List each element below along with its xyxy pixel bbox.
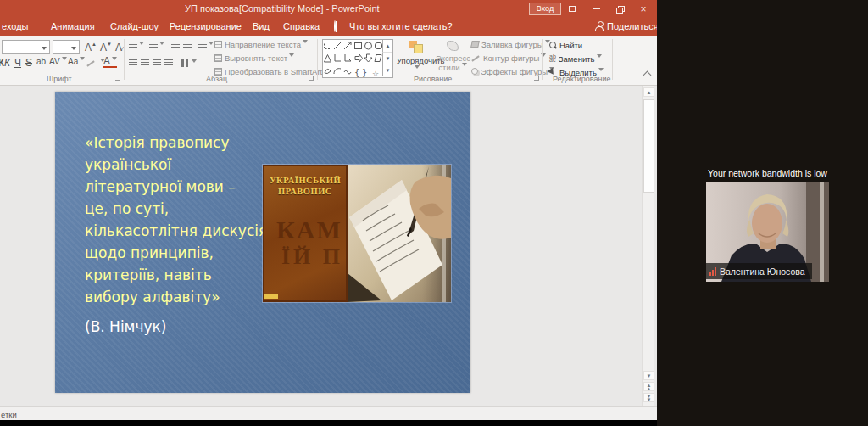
drawing-group-label: Рисование — [414, 75, 452, 83]
ribbon-tab-bar: еходы Анимация Слайд-шоу Рецензирование … — [0, 18, 657, 36]
tell-me-box[interactable]: Что вы хотите сделать? — [349, 21, 453, 31]
change-case-button[interactable]: Aa — [68, 57, 85, 66]
justify-button[interactable] — [164, 59, 173, 69]
next-slide-button[interactable]: ▼ ▼ — [643, 393, 654, 402]
notes-button[interactable]: етки — [1, 410, 17, 419]
group-divider — [317, 39, 318, 80]
group-divider — [124, 39, 125, 80]
ribbon-display-options-button[interactable] — [561, 0, 583, 18]
slide-picture[interactable]: УКРАЇНСЬКИЙ ПРАВОПИС КАМ ЇЙ П — [263, 165, 451, 302]
shape-icons: { } ☆ — [323, 40, 382, 77]
drawing-dialog-launcher[interactable] — [534, 76, 539, 81]
search-icon — [549, 42, 557, 49]
bullets-button[interactable] — [129, 42, 144, 51]
vertical-scrollbar[interactable]: ▲ ▼ ▲ ▲ ▼ ▼ — [642, 86, 654, 406]
shape-outline-button[interactable]: Контур фигуры — [471, 53, 546, 63]
line-spacing-button[interactable] — [198, 42, 214, 51]
tab-animations[interactable]: Анимация — [51, 21, 95, 31]
align-center-button[interactable] — [141, 59, 149, 69]
participant-nameplate: Валентина Юносова — [706, 263, 812, 279]
columns-button[interactable] — [181, 59, 197, 69]
decrease-indent-button[interactable] — [171, 42, 180, 51]
align-text-label: Выровнять текст — [225, 53, 287, 63]
decrease-indent-icon — [171, 42, 180, 49]
clear-formatting-button[interactable]: А⁄ — [115, 42, 123, 53]
svg-text:{: { — [354, 68, 359, 77]
chevron-up-icon — [643, 71, 652, 80]
slide-editing-area: «Історія правопису української літератур… — [0, 86, 657, 406]
slide-quote-textbox[interactable]: «Історія правопису української літератур… — [85, 132, 267, 338]
replace-button[interactable]: abacЗаменить — [549, 54, 602, 64]
align-right-icon — [153, 59, 161, 67]
gallery-more-arrow[interactable]: ▼ — [382, 64, 392, 76]
paragraph-dialog-launcher[interactable] — [309, 76, 314, 81]
increase-indent-icon — [183, 42, 192, 49]
tab-review[interactable]: Рецензирование — [170, 21, 242, 31]
find-button[interactable]: Найти — [549, 41, 582, 50]
align-left-button[interactable] — [129, 59, 137, 69]
gallery-down-arrow[interactable]: ▼ — [382, 52, 392, 64]
restore-button[interactable] — [609, 0, 631, 18]
svg-text:}: } — [362, 68, 367, 77]
align-center-icon — [141, 59, 149, 67]
group-divider — [542, 39, 543, 80]
quick-styles-label-1: Экспресс- — [436, 53, 470, 63]
book-watermark: КАМ — [276, 216, 342, 244]
font-color-button[interactable]: А — [103, 57, 117, 68]
quote-line: кількасотлітня дискусія — [85, 220, 267, 242]
gallery-up-arrow[interactable]: ▲ — [382, 40, 392, 52]
tab-slideshow[interactable]: Слайд-шоу — [110, 21, 159, 31]
book-watermark: ЇЙ П — [281, 244, 343, 270]
character-spacing-button[interactable]: AV — [49, 57, 67, 66]
gallery-scroll-arrows: ▲ ▼ ▼ — [382, 40, 392, 77]
participant-name: Валентина Юносова — [720, 266, 805, 277]
sign-in-button[interactable]: Вход — [529, 3, 561, 15]
previous-slide-button[interactable]: ▲ ▲ — [643, 382, 654, 391]
meeting-panel: Your network bandwidth is low Валентина … — [657, 0, 868, 426]
share-button[interactable]: Поделиться — [595, 21, 657, 31]
replace-icon: abac — [549, 55, 556, 62]
shape-fill-button[interactable]: Заливка фигуры — [471, 40, 550, 49]
book-title-line2: ПРАВОПИС — [264, 186, 346, 197]
align-text-icon — [214, 54, 222, 62]
collapse-ribbon-button[interactable] — [644, 72, 650, 78]
shapes-gallery[interactable]: { } ☆ ▲ ▼ ▼ — [322, 39, 393, 78]
strikethrough-button[interactable]: S — [25, 57, 32, 69]
font-name-combo[interactable] — [2, 40, 50, 54]
highlight-pen-button[interactable] — [86, 57, 105, 69]
minimize-button[interactable] — [585, 0, 607, 18]
quote-line: щодо принципів, — [85, 242, 267, 264]
underline-button[interactable]: Ч — [14, 57, 21, 69]
tab-view[interactable]: Вид — [253, 21, 270, 31]
slide-canvas[interactable]: «Історія правопису української літератур… — [55, 92, 470, 393]
numbering-icon — [149, 42, 158, 49]
quote-line: вибору алфавіту» — [85, 286, 267, 308]
scroll-up-button[interactable]: ▲ — [643, 87, 654, 97]
italic-button[interactable]: К — [4, 57, 10, 69]
lightbulb-icon — [334, 21, 344, 33]
numbering-button[interactable] — [149, 42, 164, 51]
font-dialog-launcher[interactable] — [115, 76, 120, 81]
close-button[interactable]: × — [632, 0, 654, 18]
columns-icon — [181, 59, 190, 67]
align-right-button[interactable] — [153, 59, 161, 69]
quote-line: літературної мови – — [85, 176, 267, 198]
increase-indent-button[interactable] — [183, 42, 192, 51]
scrollbar-thumb[interactable] — [643, 99, 654, 193]
quick-styles-button[interactable]: Экспресс- стили — [436, 41, 470, 72]
text-shadow-button[interactable]: ab — [36, 57, 46, 66]
quote-line: «Історія правопису — [85, 132, 267, 154]
tab-help[interactable]: Справка — [283, 21, 320, 31]
participant-video[interactable]: Валентина Юносова — [706, 182, 829, 282]
font-size-combo[interactable] — [53, 40, 80, 54]
align-text-button[interactable]: Выровнять текст — [214, 53, 294, 63]
grow-font-button[interactable]: А▲ — [85, 42, 97, 53]
quick-styles-icon — [447, 41, 459, 51]
text-direction-button[interactable]: Направление текста — [214, 40, 308, 49]
scroll-down-button[interactable]: ▼ — [643, 371, 654, 380]
tab-transitions-partial[interactable]: еходы — [2, 21, 28, 31]
shrink-font-button[interactable]: А▼ — [100, 42, 112, 53]
window-title: УП показова[Compatibility Mode] - PowerP… — [185, 3, 380, 14]
quote-line: критеріїв, навіть — [85, 264, 267, 286]
arrange-button[interactable]: Упорядочить — [397, 41, 436, 75]
